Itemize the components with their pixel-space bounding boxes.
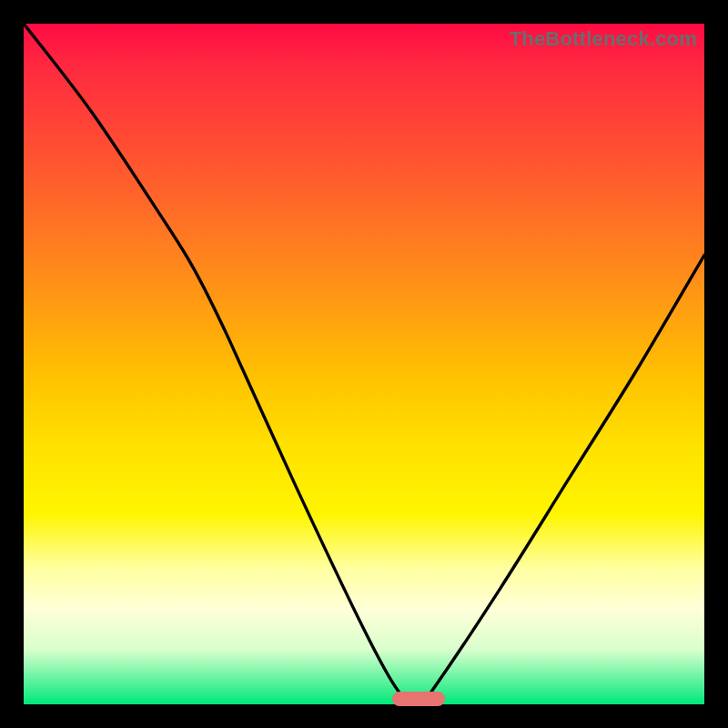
- chart-frame: TheBottleneck.com: [0, 0, 728, 728]
- chart-plot-area: TheBottleneck.com: [24, 24, 704, 704]
- watermark-label: TheBottleneck.com: [510, 27, 697, 51]
- optimal-marker: [392, 692, 445, 706]
- chart-svg: [24, 24, 704, 704]
- bottleneck-curve: [24, 24, 704, 704]
